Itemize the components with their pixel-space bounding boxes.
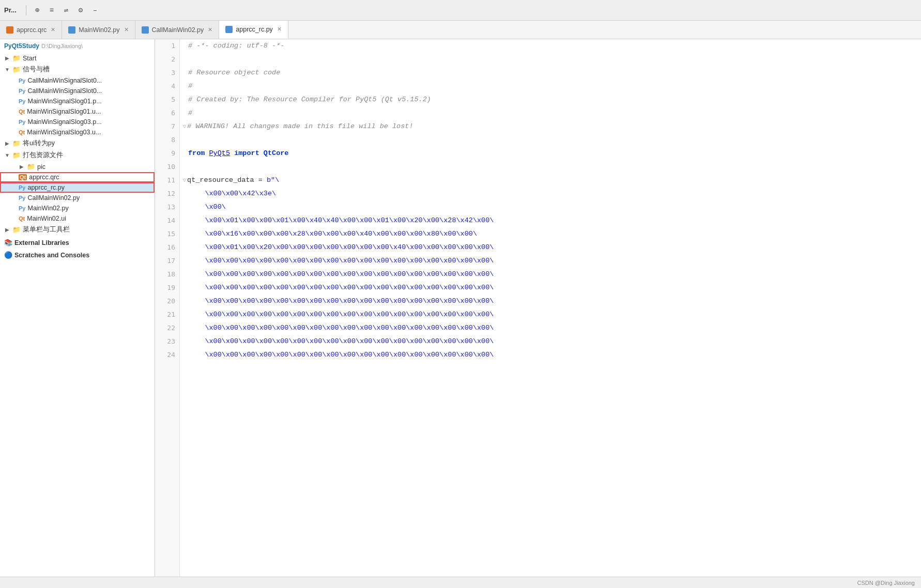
chevron-down-icon-signals: ▼: [4, 67, 10, 72]
tab-close-callmainwin02-py[interactable]: ✕: [208, 26, 212, 33]
file-label-callmainwin02-py: CallMainWin02.py: [27, 194, 80, 202]
line-number: 17: [155, 254, 179, 268]
tab-label-callmainwin02-py: CallMainWin02.py: [152, 26, 204, 34]
b-string: b"\: [267, 176, 279, 184]
toolbar-separator: [26, 5, 26, 16]
project-header: PyQt5Study D:\DingJiaxiong\: [0, 39, 155, 53]
code-line: # Resource object code: [188, 66, 921, 80]
hex-data: \x00\x01\x00\x00\x01\x00\x40\x40\x00\x00…: [188, 216, 494, 224]
sidebar-item-callmainwin-ss0-2[interactable]: Py CallMainWinSignalSlot0...: [0, 86, 155, 96]
line-number: 20: [155, 295, 179, 308]
hex-data: \x00\x00\x00\x00\x00\x00\x00\x00\x00\x00…: [188, 270, 494, 278]
sidebar-item-mainwin02-ui[interactable]: Qt MainWin02.ui: [0, 213, 155, 224]
code-area[interactable]: # -*- coding: utf-8 -*-# Resource object…: [180, 39, 921, 577]
hex-data: \x00\x01\x00\x20\x00\x00\x00\x00\x00\x00…: [188, 243, 494, 251]
folder-label-signals: 信号与槽: [23, 65, 50, 74]
line-number: 23: [155, 335, 179, 348]
tab-apprcc-rc-py[interactable]: apprcc_rc.py ✕: [219, 21, 288, 39]
tab-bar: apprcc.qrc ✕ MainWin02.py ✕ CallMainWin0…: [0, 21, 921, 39]
hex-data: \x00\x00\x00\x00\x00\x00\x00\x00\x00\x00…: [188, 257, 494, 265]
py-file-icon-mainwin: [68, 26, 75, 34]
hex-data: \x00\: [188, 203, 226, 211]
tab-label-mainwin02-py: MainWin02.py: [79, 26, 119, 34]
sidebar-item-apprcc-rc-py[interactable]: Py apprcc_rc.py: [0, 182, 155, 193]
module-name[interactable]: PyQt5: [209, 149, 231, 157]
sidebar-item-mainwinslog03-ui[interactable]: Qt MainWinSignalSlog03.u...: [0, 127, 155, 137]
hex-data: \x00\x00\x42\x3e\: [188, 190, 276, 197]
line-number: 16: [155, 241, 179, 254]
file-label-mainwinslog01-ui: MainWinSignalSlog01.u...: [27, 108, 101, 115]
sidebar-item-menu[interactable]: ▶ 📁 菜单栏与工具栏: [0, 224, 155, 236]
line-number: 14: [155, 214, 179, 227]
project-name: PyQt5Study: [4, 42, 39, 50]
tab-apprcc-qrc[interactable]: apprcc.qrc ✕: [0, 21, 62, 39]
code-line: \x00\x00\x00\x00\x00\x00\x00\x00\x00\x00…: [188, 335, 921, 348]
code-line: \x00\x01\x00\x00\x01\x00\x40\x40\x00\x00…: [188, 214, 921, 227]
code-line: \x00\x00\x00\x00\x00\x00\x00\x00\x00\x00…: [188, 308, 921, 321]
sidebar-item-mainwinslog03-py[interactable]: Py MainWinSignalSlog03.p...: [0, 117, 155, 127]
sidebar-item-mainwinslog01-py[interactable]: Py MainWinSignalSlog01.p...: [0, 96, 155, 106]
external-lib-icon: 📚: [4, 239, 12, 246]
fold-icon[interactable]: ▽: [183, 124, 186, 130]
folder-icon-menu: 📁: [12, 226, 21, 234]
line-number: 6: [155, 106, 179, 120]
line-number: 18: [155, 268, 179, 281]
project-title: Pr...: [4, 6, 17, 14]
sidebar-item-callmainwin02-py[interactable]: Py CallMainWin02.py: [0, 193, 155, 203]
ui-file-icon-slog01: Qt: [19, 109, 25, 115]
sidebar-item-pic[interactable]: ▶ 📁 pic: [0, 161, 155, 172]
code-line: \x00\x01\x00\x20\x00\x00\x00\x00\x00\x00…: [188, 241, 921, 254]
tab-close-apprcc-qrc[interactable]: ✕: [51, 26, 55, 33]
folder-icon-package: 📁: [12, 151, 21, 159]
tab-close-apprcc-rc-py[interactable]: ✕: [277, 26, 282, 33]
sidebar-item-ui2py[interactable]: ▶ 📁 将ui转为py: [0, 137, 155, 149]
line-number: 13: [155, 200, 179, 214]
add-icon[interactable]: ⊕: [32, 5, 43, 16]
minimize-icon[interactable]: –: [89, 5, 101, 16]
sidebar-item-callmainwin-ss0-1[interactable]: Py CallMainWinSignalSlot0...: [0, 75, 155, 86]
qrc-icon-apprcc: Qt: [19, 174, 27, 180]
line-numbers: 123456789101112131415161718192021222324: [155, 39, 180, 577]
code-line: # -*- coding: utf-8 -*-: [188, 39, 921, 53]
tab-callmainwin02-py[interactable]: CallMainWin02.py ✕: [135, 21, 220, 39]
comment-text: #: [188, 109, 192, 117]
line-number: 9: [155, 147, 179, 160]
file-label-callmainwin-ss0-1: CallMainWinSignalSlot0...: [27, 77, 102, 84]
chevron-right-icon-ui2py: ▶: [4, 141, 10, 146]
sidebar-item-scratches[interactable]: 🔵 Scratches and Consoles: [0, 248, 155, 260]
sidebar: PyQt5Study D:\DingJiaxiong\ ▶ 📁 Start ▼ …: [0, 39, 155, 577]
hex-data: \x00\x00\x00\x00\x00\x00\x00\x00\x00\x00…: [188, 284, 494, 291]
external-libraries-label: External Libraries: [14, 239, 69, 246]
ui-file-icon-slog03: Qt: [19, 129, 25, 135]
hex-data: \x00\x00\x00\x00\x00\x00\x00\x00\x00\x00…: [188, 324, 494, 332]
sidebar-item-external-libraries[interactable]: 📚 External Libraries: [0, 236, 155, 248]
folder-label-package: 打包资源文件: [23, 151, 63, 160]
sidebar-item-package[interactable]: ▼ 📁 打包资源文件: [0, 149, 155, 161]
sidebar-item-start[interactable]: ▶ 📁 Start: [0, 53, 155, 64]
folder-icon-pic: 📁: [27, 163, 35, 171]
tab-mainwin02-py[interactable]: MainWin02.py ✕: [62, 21, 135, 39]
file-label-mainwin02-ui: MainWin02.ui: [27, 215, 66, 222]
code-line: \x00\x00\x00\x00\x00\x00\x00\x00\x00\x00…: [188, 268, 921, 281]
folder-label-menu: 菜单栏与工具栏: [23, 225, 70, 234]
sidebar-item-apprcc-qrc[interactable]: Qt apprcc.qrc: [0, 172, 155, 182]
code-line: [188, 133, 921, 147]
structure-icon[interactable]: ≡: [46, 5, 57, 16]
folder-icon-start: 📁: [12, 54, 21, 62]
chevron-right-icon-menu: ▶: [4, 227, 10, 233]
fold-icon-assign[interactable]: ▽: [183, 178, 186, 183]
hex-data: \x00\x16\x00\x00\x00\x28\x00\x00\x00\x40…: [188, 230, 477, 238]
sidebar-item-mainwinslog01-ui[interactable]: Qt MainWinSignalSlog01.u...: [0, 106, 155, 117]
line-number: 8: [155, 133, 179, 147]
tab-label-apprcc-rc-py: apprcc_rc.py: [236, 26, 273, 33]
sidebar-item-mainwin02-py[interactable]: Py MainWin02.py: [0, 203, 155, 213]
code-editor[interactable]: 123456789101112131415161718192021222324 …: [155, 39, 921, 577]
py-file-icon-slog01py: Py: [19, 98, 25, 104]
settings-icon[interactable]: ⚙: [75, 5, 86, 16]
line-number: 19: [155, 281, 179, 295]
scratches-label: Scratches and Consoles: [14, 252, 89, 259]
sync-icon[interactable]: ⇌: [60, 5, 72, 16]
line-number: 11: [155, 174, 179, 187]
sidebar-item-signals[interactable]: ▼ 📁 信号与槽: [0, 64, 155, 75]
tab-close-mainwin02-py[interactable]: ✕: [124, 26, 129, 33]
